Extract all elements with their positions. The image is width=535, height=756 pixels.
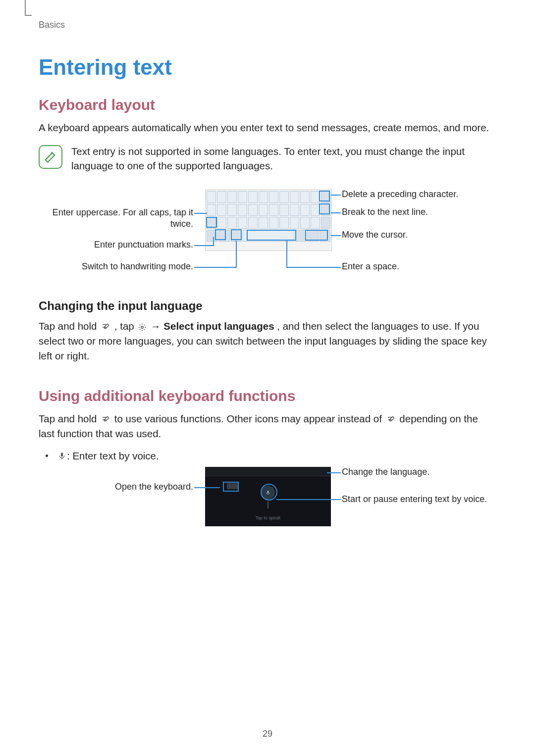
callout-nextline: Break to the next line. (342, 207, 428, 217)
changing-input-language-text: Tap and hold , tap → Select input langua… (39, 319, 496, 363)
callout-change-language: Change the language. (342, 467, 429, 477)
voice-input-diagram: Tap to speak Open the keyboard. Change t… (39, 467, 496, 536)
section-additional-functions-heading: Using additional keyboard functions (39, 388, 496, 404)
gear-icon (138, 323, 147, 332)
note-block: Text entry is not supported in some lang… (39, 144, 496, 173)
keyboard-layout-intro: A keyboard appears automatically when yo… (39, 120, 496, 135)
callout-space: Enter a space. (342, 261, 399, 272)
page-number: 29 (0, 729, 535, 739)
header-rule-horizontal (25, 15, 32, 16)
pen-note-icon (44, 150, 57, 164)
voice-caption: Tap to speak (205, 515, 331, 520)
callout-uppercase: Enter uppercase. For all caps, tap it tw… (39, 207, 193, 229)
additional-functions-text: Tap and hold to use various functions. O… (39, 411, 496, 441)
handwriting-mode-icon (101, 323, 110, 332)
keyboard-diagram: Enter uppercase. For all caps, tap it tw… (39, 187, 496, 281)
note-text: Text entry is not supported in some lang… (71, 144, 496, 173)
section-keyboard-layout-heading: Keyboard layout (39, 97, 496, 113)
callout-punctuation: Enter punctuation marks. (39, 240, 193, 250)
callout-open-keyboard: Open the keyboard. (39, 482, 193, 492)
microphone-icon (58, 451, 66, 461)
bullet-voice-input: : Enter text by voice. (43, 450, 496, 462)
page-title: Entering text (39, 55, 496, 80)
callout-handwriting: Switch to handwriting mode. (39, 261, 193, 272)
callout-start-pause-voice: Start or pause entering text by voice. (342, 494, 490, 505)
handwriting-mode-icon (101, 415, 110, 424)
svg-rect-1 (61, 453, 63, 456)
breadcrumb: Basics (39, 20, 496, 30)
note-icon (39, 145, 62, 169)
keyboard-illustration (205, 190, 332, 251)
handwriting-mode-icon (386, 415, 396, 424)
callout-delete: Delete a preceding character. (342, 189, 458, 200)
header-rule-vertical (25, 0, 26, 16)
svg-point-0 (141, 326, 144, 328)
bullet-icon (46, 454, 48, 457)
section-changing-input-language-heading: Changing the input language (39, 299, 496, 313)
callout-cursor: Move the cursor. (342, 230, 408, 240)
